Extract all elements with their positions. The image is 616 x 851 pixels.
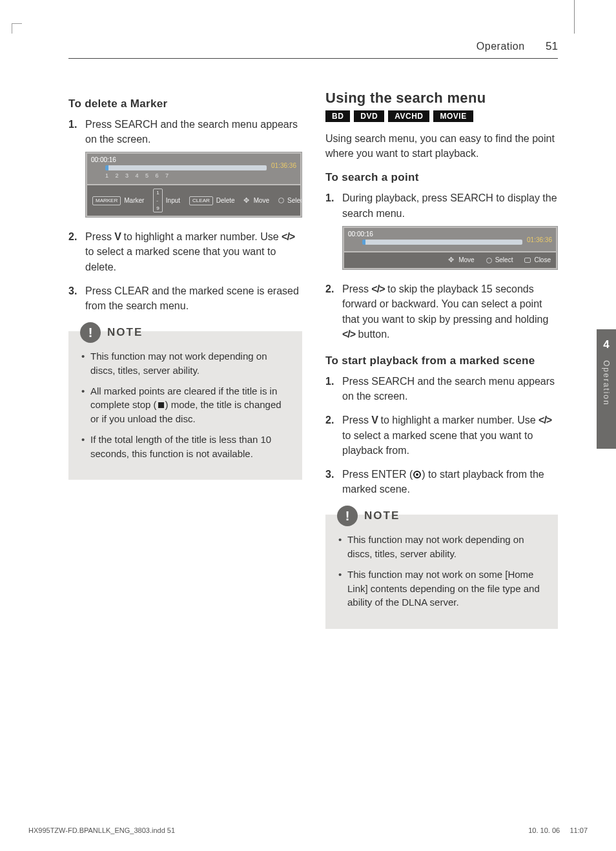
step-text: Press SEARCH and the search menu appears…: [85, 119, 298, 145]
left-right-key-icon: </>: [342, 329, 355, 340]
note-icon: !: [337, 506, 358, 526]
ui-label: Move: [458, 256, 474, 265]
list-item: Press SEARCH and the search menu appears…: [325, 374, 558, 404]
enter-icon: [278, 198, 284, 203]
ui-marker-numbers: 1 2 3 4 5 6 7: [105, 172, 282, 180]
ui-key: MARKER: [92, 196, 121, 205]
note-box: ! NOTE This function may not work depend…: [325, 515, 558, 629]
heading-search-menu: Using the search menu: [325, 90, 558, 107]
delete-steps: Press SEARCH and the search menu appears…: [68, 117, 302, 313]
note-item: This function may not work depending on …: [80, 349, 291, 378]
ui-key: CLEAR: [189, 196, 213, 205]
ui-label: Select: [495, 256, 513, 265]
stop-icon: [158, 402, 164, 408]
left-right-key-icon: </>: [539, 415, 551, 425]
step-text: During playback, press SEARCH to display…: [342, 192, 557, 218]
note-item: This function may not work on some [Home…: [337, 568, 546, 610]
list-item: Press ENTER () to start playback from th…: [325, 467, 558, 497]
ui-label: Move: [254, 196, 269, 206]
badge-bd: BD: [325, 110, 350, 122]
enter-icon: [413, 471, 421, 478]
note-item: All marked points are cleared if the tit…: [80, 384, 291, 426]
page-content: Operation 51 To delete a Marker Press SE…: [68, 40, 558, 629]
ui-command-row: Move Select Close: [344, 252, 556, 269]
header-page-number: 51: [546, 40, 558, 52]
right-column: Using the search menu BD DVD AVCHD MOVIE…: [325, 90, 558, 629]
heading-delete-marker: To delete a Marker: [68, 97, 302, 110]
badge-dvd: DVD: [354, 110, 384, 122]
footer-filename: HX995TZW-FD.BPANLLK_ENG_3803.indd 51: [28, 826, 175, 834]
list-item: Press </> to skip the playback 15 second…: [325, 282, 558, 342]
intro-text: Using search menu, you can easy to find …: [325, 131, 558, 161]
return-icon: [524, 258, 531, 263]
crop-mark: [574, 0, 575, 34]
side-tab: 4 Operation: [597, 329, 616, 449]
start-steps: Press SEARCH and the search menu appears…: [325, 374, 558, 497]
note-title: NOTE: [107, 326, 143, 339]
list-item: Press V to highlight a marker number. Us…: [68, 229, 302, 274]
ui-total-time: 01:36:36: [271, 161, 296, 171]
left-column: To delete a Marker Press SEARCH and the …: [68, 90, 302, 629]
left-right-key-icon: </>: [282, 231, 294, 242]
side-tab-label: Operation: [602, 360, 611, 406]
ui-label: Input: [166, 196, 180, 206]
ui-label: Marker: [124, 196, 144, 206]
ui-label: Delete: [216, 196, 235, 206]
down-key-icon: V: [114, 231, 121, 242]
list-item: Press CLEAR and the marked scene is eras…: [68, 283, 302, 313]
list-item: Press V to highlight a marker number. Us…: [325, 413, 558, 458]
note-box: ! NOTE This function may not work depend…: [68, 331, 302, 480]
enter-icon: [486, 258, 492, 263]
side-tab-number: 4: [603, 338, 609, 351]
ui-progress-bar: [362, 240, 522, 245]
ui-command-row: MARKERMarker 1 - 9Input CLEARDelete Move…: [87, 185, 300, 216]
badge-movie: MOVIE: [433, 110, 473, 122]
ui-key: 1 - 9: [153, 189, 162, 212]
page-header: Operation 51: [68, 40, 558, 59]
move-icon: [449, 257, 455, 263]
ui-progress-bar: [105, 165, 267, 170]
list-item: During playback, press SEARCH to display…: [325, 190, 558, 270]
left-right-key-icon: </>: [371, 283, 384, 294]
note-item: This function may not work depending on …: [337, 533, 546, 561]
note-item: If the total length of the title is less…: [80, 433, 291, 461]
search-menu-screenshot-simple: 00:00:16 01:36:36 Move Select Close: [342, 226, 558, 271]
ui-elapsed-time: 00:00:16: [91, 156, 116, 165]
format-badges: BD DVD AVCHD MOVIE: [325, 110, 558, 122]
ui-elapsed-time: 00:00:16: [348, 230, 373, 240]
down-key-icon: V: [371, 415, 378, 425]
move-icon: [244, 198, 251, 204]
note-title: NOTE: [364, 509, 400, 522]
heading-start-playback: To start playback from a marked scene: [325, 354, 558, 367]
page-footer: HX995TZW-FD.BPANLLK_ENG_3803.indd 51 10.…: [28, 826, 588, 834]
crop-mark: [12, 23, 22, 34]
ui-label: Close: [534, 256, 551, 265]
footer-time: 11:07: [570, 826, 588, 834]
heading-search-point: To search a point: [325, 171, 558, 184]
list-item: Press SEARCH and the search menu appears…: [68, 117, 302, 218]
note-icon: !: [80, 322, 101, 343]
ui-total-time: 01:36:36: [527, 236, 552, 245]
badge-avchd: AVCHD: [388, 110, 429, 122]
search-menu-screenshot-full: 00:00:16 01:36:36 1 2 3 4 5 6 7 MARKERMa…: [85, 152, 302, 218]
step-text: Press CLEAR and the marked scene is eras…: [85, 285, 299, 311]
ui-label: Select: [287, 196, 302, 206]
header-section: Operation: [477, 41, 525, 52]
footer-date: 10. 10. 06: [528, 826, 560, 834]
search-steps: During playback, press SEARCH to display…: [325, 190, 558, 342]
